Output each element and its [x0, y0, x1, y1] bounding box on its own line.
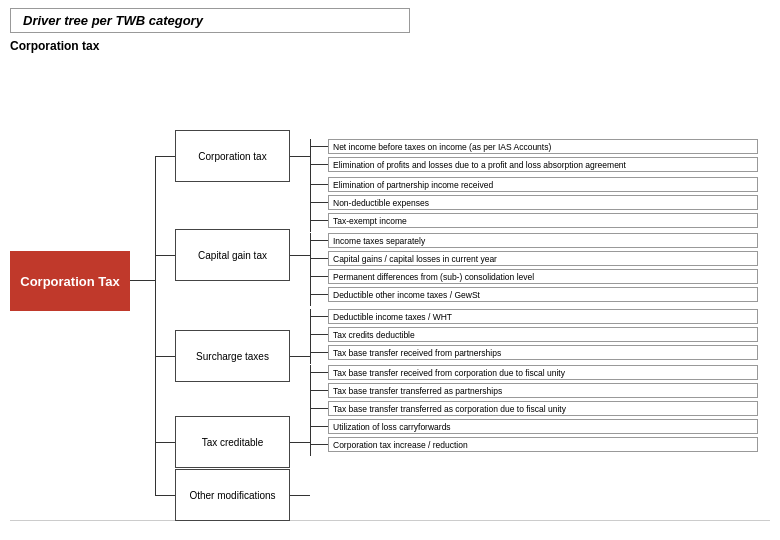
h-line-from-other-mod [290, 495, 310, 496]
vert-line-other-mod [310, 365, 311, 456]
corp-tax-red-box: Corporation Tax [10, 251, 130, 311]
h-line-item-9 [310, 316, 328, 317]
item-box-10: Tax credits deductible [328, 327, 758, 342]
bottom-divider [10, 520, 770, 521]
category-box-capital-gain: Capital gain tax [175, 229, 290, 281]
h-line-from-corp-tax [290, 156, 310, 157]
h-line-item-11 [310, 352, 328, 353]
item-box-7: Permanent differences from (sub-) consol… [328, 269, 758, 284]
item-box-15: Utilization of loss carryforwards [328, 419, 758, 434]
item-box-12: Tax base transfer received from corporat… [328, 365, 758, 380]
item-box-2: Elimination of partnership income receiv… [328, 177, 758, 192]
category-box-tax-creditable: Tax creditable [175, 416, 290, 468]
h-line-item-2 [310, 184, 328, 185]
item-box-0: Net income before taxes on income (as pe… [328, 139, 758, 154]
item-box-6: Capital gains / capital losses in curren… [328, 251, 758, 266]
item-box-3: Non-deductible expenses [328, 195, 758, 210]
vert-line-tax-creditable [310, 309, 311, 364]
h-line-to-tax-creditable [155, 442, 175, 443]
title-box: Driver tree per TWB category [10, 8, 410, 33]
h-line-item-8 [310, 294, 328, 295]
h-line-item-12 [310, 372, 328, 373]
h-line-item-6 [310, 258, 328, 259]
category-box-surcharge: Surcharge taxes [175, 330, 290, 382]
item-box-14: Tax base transfer transferred as corpora… [328, 401, 758, 416]
h-line-to-capital-gain [155, 255, 175, 256]
h-line-item-3 [310, 202, 328, 203]
h-line-from-capital-gain [290, 255, 310, 256]
h-line-item-5 [310, 240, 328, 241]
h-line-to-other-mod [155, 495, 175, 496]
h-line-item-14 [310, 408, 328, 409]
vert-line-capital-gain [310, 195, 311, 232]
vert-line-surcharge [310, 233, 311, 306]
title-text: Driver tree per TWB category [23, 13, 203, 28]
h-line-from-tax-creditable [290, 442, 310, 443]
h-line-item-10 [310, 334, 328, 335]
h-line-item-1 [310, 164, 328, 165]
page-subtitle: Corporation tax [10, 39, 770, 53]
h-line-item-16 [310, 444, 328, 445]
main-h-connector [130, 280, 155, 281]
item-box-16: Corporation tax increase / reduction [328, 437, 758, 452]
main-layout: Corporation Tax Corporation taxCapital g… [10, 61, 770, 521]
item-box-11: Tax base transfer received from partners… [328, 345, 758, 360]
page-container: Driver tree per TWB category Corporation… [0, 0, 780, 540]
h-line-from-surcharge [290, 356, 310, 357]
h-line-item-15 [310, 426, 328, 427]
h-line-to-corp-tax [155, 156, 175, 157]
item-box-1: Elimination of profits and losses due to… [328, 157, 758, 172]
item-box-8: Deductible other income taxes / GewSt [328, 287, 758, 302]
h-line-item-13 [310, 390, 328, 391]
main-vert-line [155, 156, 156, 496]
h-line-to-surcharge [155, 356, 175, 357]
item-box-9: Deductible income taxes / WHT [328, 309, 758, 324]
h-line-item-7 [310, 276, 328, 277]
h-line-item-4 [310, 220, 328, 221]
h-line-item-0 [310, 146, 328, 147]
item-box-4: Tax-exempt income [328, 213, 758, 228]
item-box-13: Tax base transfer transferred as partner… [328, 383, 758, 398]
category-box-other-mod: Other modifications [175, 469, 290, 521]
category-box-corp-tax: Corporation tax [175, 130, 290, 182]
vert-line-corp-tax [310, 139, 311, 196]
item-box-5: Income taxes separately [328, 233, 758, 248]
